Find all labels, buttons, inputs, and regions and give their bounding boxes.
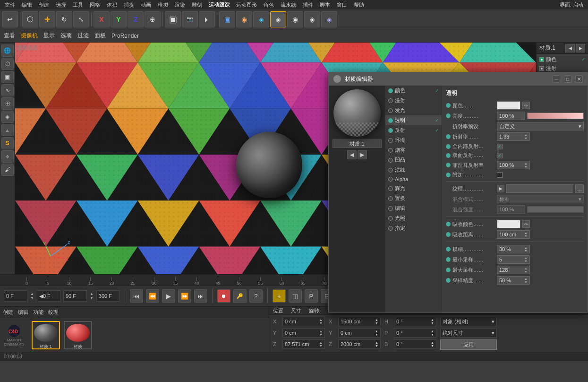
ed-channel-fog[interactable]: 烟雾 xyxy=(385,145,442,155)
obj-rp-up[interactable]: ▲ xyxy=(431,330,434,333)
prop-double-sided-checkbox[interactable]: ✓ xyxy=(497,153,503,158)
transport-play[interactable]: ▶ xyxy=(162,289,175,303)
prop-sample-precision-radio[interactable] xyxy=(446,278,451,283)
obj-prop-y-field[interactable]: 0 cm ▲ ▼ xyxy=(282,328,325,338)
prop-fresnel-spinner[interactable]: 100 % ▲ ▼ xyxy=(497,161,530,169)
world-space-button[interactable]: ⊕ xyxy=(145,11,161,27)
prop-absorption-color-radio[interactable] xyxy=(446,222,451,226)
rotate-tool-button[interactable]: ↻ xyxy=(56,11,72,27)
prop-texture-input[interactable] xyxy=(506,184,573,193)
obj-y-up[interactable]: ▲ xyxy=(319,330,323,333)
obj-rb-up[interactable]: ▲ xyxy=(431,341,434,344)
obj-prop-rotation-tab[interactable]: 旋转 xyxy=(309,307,319,314)
obj-apply-button[interactable]: 应用 xyxy=(440,339,497,350)
menu-help[interactable]: 帮助 xyxy=(351,1,367,9)
extra-tool-2[interactable]: ◉ xyxy=(287,11,303,27)
menu-tools[interactable]: 工具 xyxy=(70,1,86,9)
transport-frame-down[interactable]: ▼ xyxy=(30,296,34,300)
prop-refraction-radio[interactable] xyxy=(446,134,451,139)
prop-fresnel-radio[interactable] xyxy=(446,163,451,167)
x-axis-button[interactable]: X xyxy=(94,11,110,27)
prop-color-pencil[interactable]: ✏ xyxy=(522,102,530,109)
menu-edit[interactable]: 编辑 xyxy=(19,1,35,9)
sidebar-icon-shapes[interactable]: ◈ xyxy=(1,111,14,123)
transport-next-key[interactable]: ⏩ xyxy=(178,289,191,303)
obj-z-down[interactable]: ▼ xyxy=(319,344,323,347)
obj-x-down[interactable]: ▼ xyxy=(319,321,323,325)
obj-y-down[interactable]: ▼ xyxy=(319,333,323,336)
prop-blur-radio[interactable] xyxy=(446,247,451,252)
select-tool-button[interactable]: ⬡ xyxy=(22,11,38,27)
y-axis-button[interactable]: Y xyxy=(111,11,127,27)
obj-rp-down[interactable]: ▼ xyxy=(431,333,434,336)
ed-channel-alpha[interactable]: Alpha xyxy=(385,175,442,183)
ed-channel-reflect[interactable]: 反射 ✓ xyxy=(385,125,442,135)
mat-thumb-2[interactable]: 材质 xyxy=(64,321,92,349)
mat-manager-texture[interactable]: 纹理 xyxy=(48,309,59,316)
prop-min-samples-spinner[interactable]: 5 ▲ ▼ xyxy=(497,255,530,264)
camera-button[interactable]: 📷 xyxy=(182,11,198,27)
obj-coord-mode-dropdown[interactable]: 对象 (相对) ▾ xyxy=(440,317,497,326)
obj-sy-down[interactable]: ▼ xyxy=(375,333,378,336)
prorender-menu[interactable]: ProRender xyxy=(111,33,139,39)
transport-prev-key[interactable]: ⏪ xyxy=(146,289,159,303)
prop-double-sided-radio[interactable] xyxy=(446,153,451,158)
options-menu[interactable]: 选项 xyxy=(60,32,72,40)
obj-prop-z-field[interactable]: 87.571 cm ▲ ▼ xyxy=(282,339,325,349)
view-menu[interactable]: 查看 xyxy=(4,32,15,40)
sidebar-icon-box[interactable]: ▣ xyxy=(1,71,14,83)
prop-absorption-dist-spinner[interactable]: 100 cm ▲ ▼ xyxy=(497,230,530,239)
filter-menu[interactable]: 过滤 xyxy=(77,32,89,40)
obj-sx-up[interactable]: ▲ xyxy=(375,318,378,321)
obj-sy-up[interactable]: ▲ xyxy=(375,330,378,333)
prop-refraction-spinner[interactable]: 1.33 ▲ ▼ xyxy=(497,132,530,141)
prop-color-swatch[interactable] xyxy=(497,101,520,110)
obj-sz-down[interactable]: ▼ xyxy=(375,344,378,347)
transport-end-up[interactable]: ▲ xyxy=(90,292,94,296)
obj-x-up[interactable]: ▲ xyxy=(319,318,323,321)
ed-channel-bump[interactable]: 凹凸 xyxy=(385,155,442,165)
menu-mesh[interactable]: 网格 xyxy=(87,1,103,9)
menu-render[interactable]: 渲染 xyxy=(172,1,188,9)
transport-motion-clip[interactable]: + xyxy=(273,289,286,303)
ed-channel-edit[interactable]: 编辑 xyxy=(385,203,442,213)
panel-menu[interactable]: 面板 xyxy=(94,32,106,40)
sidebar-icon-paint[interactable]: 🖌 xyxy=(1,164,14,176)
prop-sample-precision-spinner[interactable]: 50 % ▲ ▼ xyxy=(497,276,530,285)
menu-create[interactable]: 创建 xyxy=(36,1,52,9)
prop-max-samples-spinner[interactable]: 128 ▲ ▼ xyxy=(497,266,530,274)
sidebar-icon-grid[interactable]: ⊞ xyxy=(1,97,14,110)
mat-prev-icon1[interactable]: ◀ xyxy=(347,150,357,159)
prop-refraction-preset-dropdown[interactable]: 自定义 ▾ xyxy=(497,122,584,130)
menu-plugin[interactable]: 插件 xyxy=(300,1,316,9)
obj-rb-down[interactable]: ▼ xyxy=(431,344,434,347)
mat-panel-btn2[interactable]: ▶ xyxy=(576,44,585,52)
menu-select[interactable]: 选择 xyxy=(53,1,69,9)
obj-prop-size-tab[interactable]: 尺寸 xyxy=(291,307,301,314)
menu-sculpt[interactable]: 雕刻 xyxy=(189,1,205,9)
obj-sz-up[interactable]: ▲ xyxy=(375,341,378,344)
mat-prev-icon2[interactable]: ▶ xyxy=(358,150,367,159)
menu-window[interactable]: 窗口 xyxy=(334,1,350,9)
transport-current-frame[interactable]: 0 F xyxy=(4,290,27,302)
menu-simulate[interactable]: 模拟 xyxy=(155,1,171,9)
ed-channel-emit[interactable]: 发光 xyxy=(385,105,442,115)
prop-absorption-color-swatch[interactable] xyxy=(497,220,520,228)
prop-total-internal-radio[interactable] xyxy=(446,144,451,149)
menu-volume[interactable]: 体积 xyxy=(104,1,120,9)
transport-prev-frame[interactable]: ◀ 0 F xyxy=(37,290,60,302)
menu-animation[interactable]: 动画 xyxy=(138,1,154,9)
move-tool-button[interactable]: ✛ xyxy=(39,11,55,27)
sidebar-icon-deform[interactable]: ⟁ xyxy=(1,124,14,136)
prop-color-radio[interactable] xyxy=(446,103,451,108)
prop-additive-checkbox[interactable] xyxy=(497,172,503,178)
transport-goto-start[interactable]: ⏮ xyxy=(130,289,143,303)
menu-character[interactable]: 角色 xyxy=(261,1,277,9)
obj-rh-up[interactable]: ▲ xyxy=(431,318,434,321)
extra-tool-3[interactable]: ◈ xyxy=(304,11,320,27)
sidebar-icon-s[interactable]: S xyxy=(1,137,14,149)
prop-additive-radio[interactable] xyxy=(446,173,451,177)
sidebar-icon-tag[interactable]: ⎆ xyxy=(1,150,14,163)
obj-size-z-field[interactable]: 2000 cm ▲ ▼ xyxy=(338,339,381,349)
sidebar-icon-globe[interactable]: 🌐 xyxy=(1,44,14,57)
